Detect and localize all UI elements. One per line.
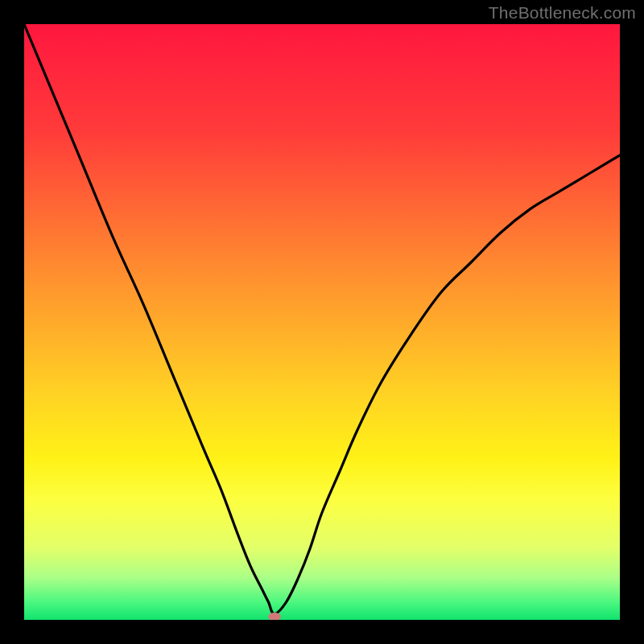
bottleneck-curve: [24, 24, 620, 620]
chart-frame: TheBottleneck.com: [0, 0, 644, 644]
watermark-text: TheBottleneck.com: [489, 3, 636, 23]
optimal-point-marker: [268, 613, 281, 620]
plot-area: [24, 24, 620, 620]
